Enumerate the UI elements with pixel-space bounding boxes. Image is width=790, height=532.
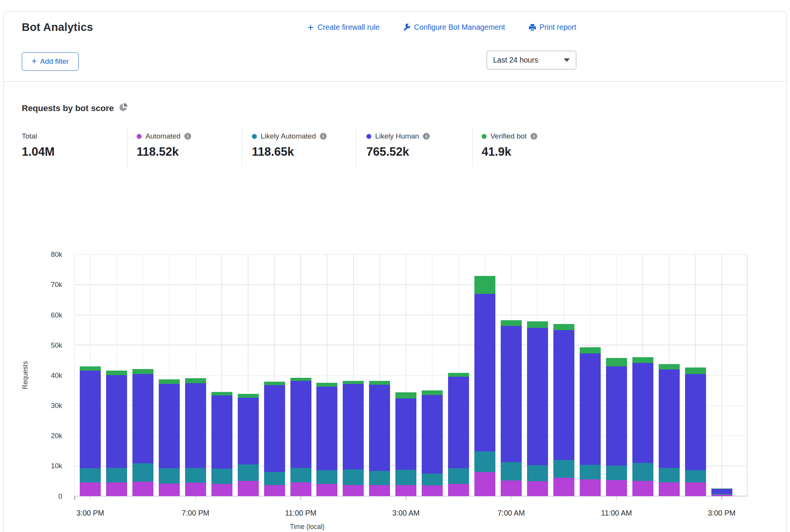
bar-segment[interactable]: [527, 481, 548, 496]
bar-segment[interactable]: [159, 384, 180, 468]
bar-segment[interactable]: [448, 468, 469, 484]
bar-segment[interactable]: [395, 398, 416, 470]
bar-segment[interactable]: [632, 363, 653, 463]
bar-segment[interactable]: [606, 358, 627, 366]
bar-segment[interactable]: [290, 378, 311, 381]
bar-segment[interactable]: [474, 276, 495, 294]
bar-segment[interactable]: [553, 478, 574, 496]
bar-segment[interactable]: [659, 468, 680, 482]
bar-segment[interactable]: [527, 465, 548, 481]
bar-segment[interactable]: [264, 485, 285, 496]
bar-segment[interactable]: [659, 364, 680, 369]
bar-segment[interactable]: [264, 382, 285, 385]
bar-segment[interactable]: [316, 387, 337, 470]
bar-segment[interactable]: [132, 482, 153, 496]
bar-segment[interactable]: [343, 469, 364, 485]
bar-segment[interactable]: [264, 472, 285, 485]
bar-segment[interactable]: [580, 353, 601, 464]
bar-segment[interactable]: [711, 495, 732, 496]
bar-segment[interactable]: [185, 378, 206, 383]
bar-segment[interactable]: [316, 470, 337, 484]
bar-segment[interactable]: [132, 463, 153, 482]
bar-segment[interactable]: [185, 383, 206, 468]
bar-segment[interactable]: [422, 474, 443, 485]
bar-segment[interactable]: [553, 324, 574, 330]
info-icon[interactable]: i: [320, 133, 327, 140]
create-firewall-rule-link[interactable]: Create firewall rule: [307, 23, 380, 32]
bar-segment[interactable]: [106, 375, 127, 468]
bar-segment[interactable]: [422, 485, 443, 496]
bar-segment[interactable]: [501, 480, 522, 496]
bar-segment[interactable]: [132, 374, 153, 463]
bar-segment[interactable]: [211, 392, 232, 395]
bar-segment[interactable]: [606, 366, 627, 466]
bar-segment[interactable]: [474, 472, 495, 496]
bar-segment[interactable]: [290, 468, 311, 482]
bar-segment[interactable]: [106, 371, 127, 376]
bar-segment[interactable]: [711, 489, 732, 494]
bar-segment[interactable]: [80, 482, 101, 496]
bar-segment[interactable]: [501, 462, 522, 480]
time-range-select[interactable]: Last 24 hours: [487, 51, 576, 69]
bar-segment[interactable]: [685, 374, 706, 470]
bar-segment[interactable]: [422, 390, 443, 395]
bar-segment[interactable]: [711, 488, 732, 489]
bar-segment[interactable]: [80, 366, 101, 370]
bar-segment[interactable]: [369, 385, 390, 471]
bar-segment[interactable]: [211, 469, 232, 484]
bar-segment[interactable]: [501, 320, 522, 326]
bar-segment[interactable]: [659, 369, 680, 468]
bar-segment[interactable]: [343, 384, 364, 469]
bar-segment[interactable]: [238, 398, 259, 464]
bar-segment[interactable]: [527, 328, 548, 465]
bar-segment[interactable]: [711, 494, 732, 495]
bar-segment[interactable]: [80, 468, 101, 482]
bar-segment[interactable]: [238, 481, 259, 496]
bar-segment[interactable]: [553, 460, 574, 478]
bar-segment[interactable]: [290, 381, 311, 468]
bar-segment[interactable]: [106, 482, 127, 496]
bar-segment[interactable]: [185, 468, 206, 483]
bar-segment[interactable]: [395, 485, 416, 496]
bar-segment[interactable]: [290, 482, 311, 496]
bar-segment[interactable]: [659, 482, 680, 496]
bar-segment[interactable]: [580, 479, 601, 496]
bar-segment[interactable]: [606, 466, 627, 480]
bar-segment[interactable]: [448, 373, 469, 377]
bar-segment[interactable]: [501, 326, 522, 462]
bar-segment[interactable]: [422, 395, 443, 474]
bar-segment[interactable]: [159, 484, 180, 496]
info-icon[interactable]: i: [530, 133, 537, 140]
bar-segment[interactable]: [343, 381, 364, 384]
bar-segment[interactable]: [80, 371, 101, 468]
bar-segment[interactable]: [369, 485, 390, 496]
bar-segment[interactable]: [106, 468, 127, 482]
bar-segment[interactable]: [264, 385, 285, 472]
bar-segment[interactable]: [211, 484, 232, 496]
bar-segment[interactable]: [553, 330, 574, 460]
bot-score-chart[interactable]: 010k20k30k40k50k60k70k80k3:00 PM7:00 PM1…: [0, 237, 790, 532]
bar-segment[interactable]: [580, 465, 601, 480]
bar-segment[interactable]: [580, 347, 601, 354]
bar-segment[interactable]: [685, 368, 706, 374]
add-filter-button[interactable]: + Add filter: [22, 52, 79, 71]
bar-segment[interactable]: [685, 470, 706, 482]
bar-segment[interactable]: [369, 381, 390, 384]
bar-segment[interactable]: [448, 377, 469, 468]
bar-segment[interactable]: [238, 394, 259, 397]
configure-bot-management-link[interactable]: Configure Bot Management: [403, 23, 505, 32]
bar-segment[interactable]: [632, 463, 653, 481]
bar-segment[interactable]: [316, 484, 337, 496]
bar-segment[interactable]: [632, 481, 653, 496]
bar-segment[interactable]: [343, 485, 364, 496]
bar-segment[interactable]: [632, 357, 653, 363]
bar-segment[interactable]: [185, 483, 206, 496]
bar-segment[interactable]: [395, 470, 416, 485]
bar-segment[interactable]: [159, 468, 180, 484]
print-report-link[interactable]: Print report: [529, 23, 576, 32]
bar-segment[interactable]: [211, 395, 232, 469]
bar-segment[interactable]: [527, 321, 548, 328]
bar-segment[interactable]: [159, 379, 180, 384]
bar-segment[interactable]: [132, 369, 153, 374]
info-icon[interactable]: i: [184, 133, 191, 140]
